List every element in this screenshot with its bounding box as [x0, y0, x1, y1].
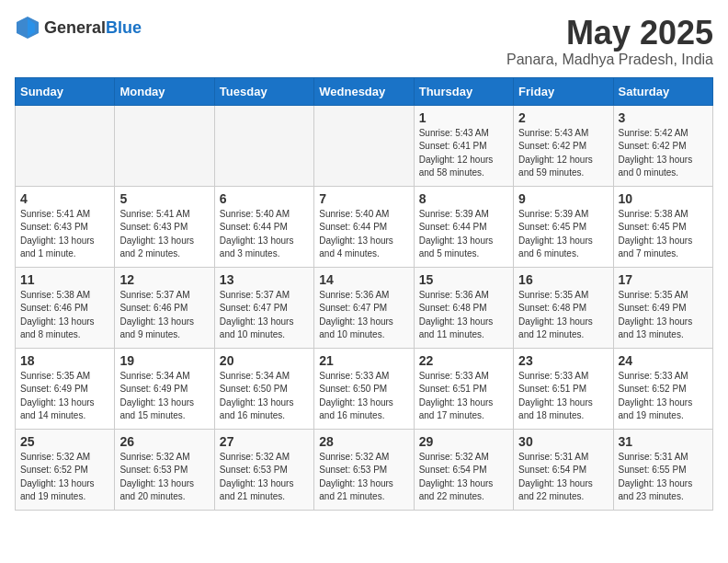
- calendar-table: SundayMondayTuesdayWednesdayThursdayFrid…: [15, 77, 713, 511]
- calendar-cell: 22Sunrise: 5:33 AM Sunset: 6:51 PM Dayli…: [414, 348, 513, 429]
- day-number: 9: [518, 191, 608, 206]
- day-number: 29: [419, 434, 508, 449]
- day-info: Sunrise: 5:33 AM Sunset: 6:51 PM Dayligh…: [419, 370, 508, 423]
- day-number: 11: [20, 272, 109, 287]
- day-info: Sunrise: 5:34 AM Sunset: 6:49 PM Dayligh…: [119, 370, 209, 423]
- week-row-5: 25Sunrise: 5:32 AM Sunset: 6:52 PM Dayli…: [16, 429, 713, 510]
- day-info: Sunrise: 5:39 AM Sunset: 6:44 PM Dayligh…: [419, 208, 508, 261]
- day-info: Sunrise: 5:40 AM Sunset: 6:44 PM Dayligh…: [220, 208, 309, 261]
- day-info: Sunrise: 5:38 AM Sunset: 6:45 PM Dayligh…: [619, 208, 708, 261]
- day-info: Sunrise: 5:34 AM Sunset: 6:50 PM Dayligh…: [220, 370, 309, 423]
- day-info: Sunrise: 5:37 AM Sunset: 6:47 PM Dayligh…: [220, 289, 309, 342]
- day-number: 26: [119, 434, 209, 449]
- day-number: 7: [319, 191, 408, 206]
- calendar-cell: 30Sunrise: 5:31 AM Sunset: 6:54 PM Dayli…: [514, 429, 613, 510]
- day-number: 6: [220, 191, 309, 206]
- weekday-header-thursday: Thursday: [414, 77, 513, 105]
- calendar-cell: 29Sunrise: 5:32 AM Sunset: 6:54 PM Dayli…: [414, 429, 513, 510]
- day-number: 1: [419, 110, 508, 125]
- calendar-cell: [16, 105, 115, 186]
- calendar-cell: 27Sunrise: 5:32 AM Sunset: 6:53 PM Dayli…: [214, 429, 313, 510]
- location-subtitle: Panara, Madhya Pradesh, India: [506, 52, 713, 68]
- day-number: 23: [518, 353, 608, 368]
- calendar-cell: 24Sunrise: 5:33 AM Sunset: 6:52 PM Dayli…: [613, 348, 712, 429]
- day-info: Sunrise: 5:36 AM Sunset: 6:47 PM Dayligh…: [319, 289, 408, 342]
- weekday-header-tuesday: Tuesday: [214, 77, 313, 105]
- title-area: May 2025 Panara, Madhya Pradesh, India: [506, 15, 713, 68]
- month-year-title: May 2025: [506, 15, 713, 52]
- day-number: 12: [119, 272, 209, 287]
- day-number: 20: [220, 353, 309, 368]
- day-number: 14: [319, 272, 408, 287]
- day-info: Sunrise: 5:40 AM Sunset: 6:44 PM Dayligh…: [319, 208, 408, 261]
- day-number: 10: [619, 191, 708, 206]
- day-info: Sunrise: 5:43 AM Sunset: 6:41 PM Dayligh…: [419, 127, 508, 180]
- day-info: Sunrise: 5:33 AM Sunset: 6:52 PM Dayligh…: [619, 370, 708, 423]
- day-info: Sunrise: 5:37 AM Sunset: 6:46 PM Dayligh…: [119, 289, 209, 342]
- day-info: Sunrise: 5:42 AM Sunset: 6:42 PM Dayligh…: [619, 127, 708, 180]
- calendar-cell: 1Sunrise: 5:43 AM Sunset: 6:41 PM Daylig…: [414, 105, 513, 186]
- day-info: Sunrise: 5:33 AM Sunset: 6:50 PM Dayligh…: [319, 370, 408, 423]
- day-info: Sunrise: 5:43 AM Sunset: 6:42 PM Dayligh…: [518, 127, 608, 180]
- day-info: Sunrise: 5:32 AM Sunset: 6:54 PM Dayligh…: [419, 451, 508, 504]
- day-number: 21: [319, 353, 408, 368]
- calendar-cell: 23Sunrise: 5:33 AM Sunset: 6:51 PM Dayli…: [514, 348, 613, 429]
- day-info: Sunrise: 5:32 AM Sunset: 6:53 PM Dayligh…: [319, 451, 408, 504]
- calendar-cell: 12Sunrise: 5:37 AM Sunset: 6:46 PM Dayli…: [115, 267, 214, 348]
- day-number: 3: [619, 110, 708, 125]
- day-number: 19: [119, 353, 209, 368]
- day-info: Sunrise: 5:35 AM Sunset: 6:49 PM Dayligh…: [20, 370, 109, 423]
- calendar-cell: 4Sunrise: 5:41 AM Sunset: 6:43 PM Daylig…: [16, 186, 115, 267]
- calendar-cell: 13Sunrise: 5:37 AM Sunset: 6:47 PM Dayli…: [214, 267, 313, 348]
- calendar-cell: 19Sunrise: 5:34 AM Sunset: 6:49 PM Dayli…: [115, 348, 214, 429]
- day-info: Sunrise: 5:36 AM Sunset: 6:48 PM Dayligh…: [419, 289, 508, 342]
- day-number: 25: [20, 434, 109, 449]
- calendar-cell: 7Sunrise: 5:40 AM Sunset: 6:44 PM Daylig…: [314, 186, 414, 267]
- weekday-header-saturday: Saturday: [613, 77, 712, 105]
- week-row-4: 18Sunrise: 5:35 AM Sunset: 6:49 PM Dayli…: [16, 348, 713, 429]
- calendar-cell: 28Sunrise: 5:32 AM Sunset: 6:53 PM Dayli…: [314, 429, 414, 510]
- week-row-1: 1Sunrise: 5:43 AM Sunset: 6:41 PM Daylig…: [16, 105, 713, 186]
- day-number: 13: [220, 272, 309, 287]
- logo-icon: [15, 15, 40, 40]
- logo-blue: Blue: [106, 18, 142, 37]
- day-number: 2: [518, 110, 608, 125]
- weekday-header-row: SundayMondayTuesdayWednesdayThursdayFrid…: [16, 77, 713, 105]
- calendar-cell: 16Sunrise: 5:35 AM Sunset: 6:48 PM Dayli…: [514, 267, 613, 348]
- day-info: Sunrise: 5:31 AM Sunset: 6:55 PM Dayligh…: [619, 451, 708, 504]
- calendar-cell: 20Sunrise: 5:34 AM Sunset: 6:50 PM Dayli…: [214, 348, 313, 429]
- day-info: Sunrise: 5:32 AM Sunset: 6:53 PM Dayligh…: [119, 451, 209, 504]
- day-number: 18: [20, 353, 109, 368]
- weekday-header-friday: Friday: [514, 77, 613, 105]
- day-info: Sunrise: 5:32 AM Sunset: 6:53 PM Dayligh…: [220, 451, 309, 504]
- calendar-cell: [115, 105, 214, 186]
- day-info: Sunrise: 5:39 AM Sunset: 6:45 PM Dayligh…: [518, 208, 608, 261]
- day-number: 4: [20, 191, 109, 206]
- calendar-cell: 26Sunrise: 5:32 AM Sunset: 6:53 PM Dayli…: [115, 429, 214, 510]
- calendar-cell: 9Sunrise: 5:39 AM Sunset: 6:45 PM Daylig…: [514, 186, 613, 267]
- calendar-cell: 6Sunrise: 5:40 AM Sunset: 6:44 PM Daylig…: [214, 186, 313, 267]
- calendar-cell: 18Sunrise: 5:35 AM Sunset: 6:49 PM Dayli…: [16, 348, 115, 429]
- header: GeneralBlue May 2025 Panara, Madhya Prad…: [15, 15, 713, 68]
- day-number: 15: [419, 272, 508, 287]
- calendar-cell: [214, 105, 313, 186]
- day-number: 16: [518, 272, 608, 287]
- calendar-cell: 5Sunrise: 5:41 AM Sunset: 6:43 PM Daylig…: [115, 186, 214, 267]
- day-number: 24: [619, 353, 708, 368]
- day-number: 31: [619, 434, 708, 449]
- logo-general: General: [44, 18, 106, 37]
- weekday-header-monday: Monday: [115, 77, 214, 105]
- calendar-cell: 3Sunrise: 5:42 AM Sunset: 6:42 PM Daylig…: [613, 105, 712, 186]
- day-number: 22: [419, 353, 508, 368]
- calendar-cell: 25Sunrise: 5:32 AM Sunset: 6:52 PM Dayli…: [16, 429, 115, 510]
- day-number: 8: [419, 191, 508, 206]
- calendar-cell: [314, 105, 414, 186]
- week-row-3: 11Sunrise: 5:38 AM Sunset: 6:46 PM Dayli…: [16, 267, 713, 348]
- day-info: Sunrise: 5:32 AM Sunset: 6:52 PM Dayligh…: [20, 451, 109, 504]
- calendar-cell: 8Sunrise: 5:39 AM Sunset: 6:44 PM Daylig…: [414, 186, 513, 267]
- day-number: 17: [619, 272, 708, 287]
- day-info: Sunrise: 5:35 AM Sunset: 6:48 PM Dayligh…: [518, 289, 608, 342]
- logo-text: GeneralBlue: [44, 18, 142, 38]
- weekday-header-sunday: Sunday: [16, 77, 115, 105]
- day-number: 5: [119, 191, 209, 206]
